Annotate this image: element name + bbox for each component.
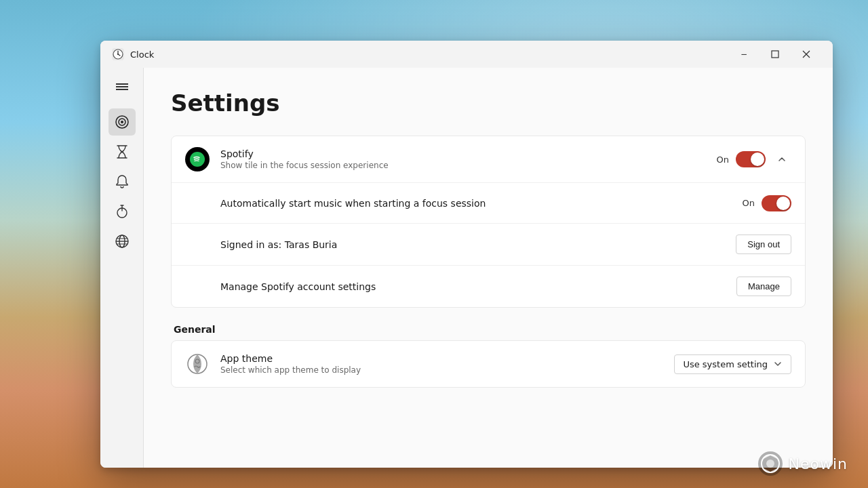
spotify-toggle-label: On — [717, 155, 729, 165]
maximize-button[interactable] — [760, 44, 791, 64]
spotify-control: On — [717, 150, 791, 169]
app-theme-dropdown[interactable]: Use system setting — [674, 354, 791, 374]
app-theme-title: App theme — [220, 353, 674, 364]
neowin-logo — [758, 451, 783, 476]
page-title: Settings — [171, 89, 806, 117]
app-window: Clock − — [100, 41, 833, 468]
manage-button[interactable]: Manage — [736, 277, 791, 296]
sidebar-item-timer[interactable] — [108, 138, 136, 165]
svg-point-10 — [121, 121, 123, 123]
signed-in-row: Signed in as: Taras Buria Sign out — [172, 224, 805, 266]
spotify-info: Spotify Show tile in the focus session e… — [220, 148, 706, 170]
hamburger-menu-button[interactable] — [108, 73, 136, 100]
app-theme-subtitle: Select which app theme to display — [220, 365, 674, 375]
spotify-subtitle: Show tile in the focus session experienc… — [220, 161, 706, 170]
auto-music-control: On — [743, 195, 791, 211]
title-bar: Clock − — [100, 41, 833, 68]
neowin-badge: Neowin — [758, 451, 848, 476]
window-controls: − — [728, 44, 822, 64]
spotify-title: Spotify — [220, 148, 706, 159]
sidebar-item-stopwatch[interactable] — [108, 198, 136, 225]
theme-icon — [185, 352, 210, 376]
app-body: Settings Spotify — [100, 68, 833, 468]
spotify-toggle[interactable] — [736, 151, 766, 167]
auto-music-row: Automatically start music when starting … — [172, 183, 805, 224]
app-theme-info: App theme Select which app theme to disp… — [220, 353, 674, 375]
minimize-button[interactable]: − — [728, 44, 760, 64]
auto-music-toggle[interactable] — [762, 195, 791, 211]
sidebar-item-worldclock[interactable] — [108, 228, 136, 255]
manage-account-info: Manage Spotify account settings — [220, 281, 726, 292]
manage-account-title: Manage Spotify account settings — [220, 281, 726, 292]
sidebar — [100, 68, 144, 468]
spotify-card: Spotify Show tile in the focus session e… — [171, 136, 806, 308]
close-button[interactable] — [791, 44, 822, 64]
auto-music-info: Automatically start music when starting … — [220, 198, 732, 209]
spotify-row: Spotify Show tile in the focus session e… — [172, 136, 805, 183]
signed-in-title: Signed in as: Taras Buria — [220, 239, 725, 250]
sidebar-item-focus[interactable] — [108, 108, 136, 136]
general-card: App theme Select which app theme to disp… — [171, 340, 806, 388]
app-icon — [111, 47, 125, 61]
app-theme-dropdown-value: Use system setting — [683, 359, 768, 369]
chevron-down-icon — [773, 359, 783, 369]
svg-point-4 — [117, 54, 119, 55]
auto-music-toggle-label: On — [743, 198, 755, 208]
manage-account-row: Manage Spotify account settings Manage — [172, 266, 805, 307]
general-section-label: General — [171, 324, 806, 335]
sign-out-button[interactable]: Sign out — [736, 235, 791, 254]
svg-point-23 — [766, 460, 774, 468]
sidebar-item-alarm[interactable] — [108, 168, 136, 195]
auto-music-title: Automatically start music when starting … — [220, 198, 732, 209]
svg-rect-5 — [772, 51, 778, 58]
app-theme-row: App theme Select which app theme to disp… — [172, 341, 805, 387]
signed-in-control: Sign out — [736, 235, 791, 254]
svg-point-18 — [190, 152, 205, 167]
neowin-text: Neowin — [788, 455, 848, 472]
spotify-chevron-button[interactable] — [772, 150, 791, 169]
manage-account-control: Manage — [736, 277, 791, 296]
signed-in-info: Signed in as: Taras Buria — [220, 239, 725, 250]
general-section: General App theme — [171, 324, 806, 388]
main-content: Settings Spotify — [144, 68, 833, 468]
spotify-icon — [185, 147, 210, 171]
window-title: Clock — [130, 49, 728, 60]
